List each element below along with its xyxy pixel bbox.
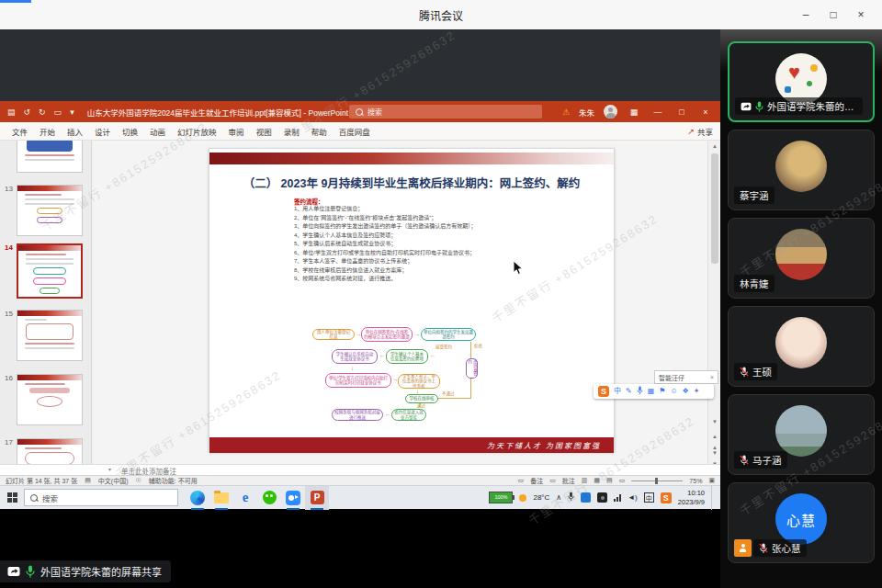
qat-dropdown-icon[interactable]: ▾ <box>70 107 74 117</box>
show-desktop-button[interactable] <box>711 486 717 510</box>
ribbon-display-options-icon[interactable]: ▦ <box>627 107 641 117</box>
battery-indicator[interactable]: 100% <box>489 492 513 503</box>
browser-button[interactable]: e <box>233 486 257 510</box>
warning-icon[interactable]: ⚠ <box>562 107 570 117</box>
tab-help[interactable]: 帮助 <box>311 126 327 137</box>
tab-animations[interactable]: 动画 <box>150 126 165 137</box>
save-icon[interactable]: ▤ <box>7 107 16 117</box>
ppt-share-button[interactable]: ↗ 共享 <box>687 122 713 141</box>
ime-indicator[interactable]: 中 <box>644 492 654 503</box>
tab-view[interactable]: 视图 <box>256 126 272 137</box>
current-slide[interactable]: （二） 2023年 9月持续到毕业生离校后择业期内：网上签约、解约 签约流程： … <box>209 148 615 452</box>
thumbnail-slide-17[interactable] <box>17 438 83 464</box>
ppt-minimize-button[interactable]: — <box>650 107 665 117</box>
taskbar-search-box[interactable]: 搜索 <box>24 489 178 506</box>
tencent-meeting-button[interactable] <box>281 486 305 510</box>
tab-file[interactable]: 文件 <box>12 126 28 137</box>
tray-expand-icon[interactable]: ∧ <box>556 494 561 502</box>
powerpoint-window: ▤ ↺ ↻ ▭ ▾ 山东大学外国语学院2024届毕业生就业工作培训.ppt[兼容… <box>0 101 720 485</box>
redo-icon[interactable]: ↻ <box>39 107 46 117</box>
notes-pane[interactable]: ▾ 单击此处添加备注 <box>0 464 720 475</box>
ppt-search-box[interactable]: 搜索 <box>349 105 542 119</box>
system-tray: 100% 28°C ∧ ◄) 中 S 10:10 2023/9/9 <box>489 486 720 510</box>
close-button[interactable]: × <box>847 0 875 29</box>
sogou-ime-toolbar[interactable]: S 中 ✎ ▦ ⚑ ☺ ❖ ✦ <box>594 384 714 399</box>
voice-input-icon[interactable] <box>637 386 643 397</box>
volume-icon[interactable]: ◄) <box>628 494 638 502</box>
network-signal-icon[interactable] <box>614 493 621 502</box>
ppt-restore-button[interactable]: □ <box>674 107 689 117</box>
notes-collapse-icon[interactable]: ▾ <box>108 466 111 472</box>
edge-app-button[interactable] <box>186 486 209 510</box>
tab-insert[interactable]: 插入 <box>67 126 83 137</box>
screen-share-indicator: 外国语学院朱蕾的屏幕共享 <box>0 560 171 582</box>
slide-sorter-icon[interactable]: ▦ <box>594 477 600 484</box>
tab-review[interactable]: 审阅 <box>229 126 244 137</box>
language-indicator[interactable]: 中文(中国) <box>98 476 129 485</box>
thumbnail-slide-14-selected[interactable] <box>17 243 83 299</box>
handwriting-icon[interactable]: ✎ <box>626 388 632 395</box>
touch-mode-icon[interactable]: ▭ <box>54 107 62 117</box>
scrollbar-thumb[interactable] <box>711 153 718 264</box>
account-name[interactable]: 朱朱 <box>579 107 594 118</box>
notes-toggle[interactable]: 备注 <box>530 476 543 485</box>
ime-mode-icon[interactable]: 中 <box>614 388 621 395</box>
toolbox-icon[interactable]: ❖ <box>683 388 689 395</box>
ppt-close-button[interactable]: × <box>698 107 713 117</box>
tab-home[interactable]: 开始 <box>40 126 55 137</box>
scroll-down-icon[interactable]: ▼ <box>708 416 720 427</box>
previous-slide-icon[interactable]: ▲▲ <box>708 431 720 442</box>
participant-tile[interactable]: 马子涵 <box>728 394 875 475</box>
tab-slideshow[interactable]: 幻灯片放映 <box>177 126 217 137</box>
participant-tile[interactable]: 王硕 <box>728 306 875 387</box>
clock[interactable]: 10:10 2023/9/9 <box>678 489 705 506</box>
ai-assistant-icon[interactable]: ✦ <box>694 388 700 395</box>
thumbnail-number: 13 <box>5 185 13 193</box>
reading-view-icon[interactable]: ▤ <box>606 477 613 484</box>
account-avatar[interactable] <box>604 105 617 119</box>
thumbnail-slide-15[interactable] <box>17 310 83 361</box>
emoji-icon[interactable]: ☺ <box>670 388 677 395</box>
normal-view-icon[interactable]: ▥ <box>582 477 588 484</box>
thumbnail-slide-13[interactable] <box>17 185 83 236</box>
sogou-logo-icon[interactable]: S <box>598 386 609 397</box>
participant-tile[interactable]: 心慧 张心慧 <box>728 482 875 563</box>
slide-scrollbar[interactable]: ▲ ▼ ▲▲ ▼▼ <box>707 141 720 464</box>
slideshow-icon[interactable]: ▭ <box>619 477 626 484</box>
tray-camera-icon[interactable] <box>597 492 607 503</box>
participant-tile-sharing[interactable]: ♥ 外国语学院朱蕾的屏... <box>728 41 875 122</box>
tab-baidu-netdisk[interactable]: 百度网盘 <box>339 126 370 137</box>
zoom-slider-handle[interactable] <box>655 478 658 484</box>
tab-design[interactable]: 设计 <box>95 126 110 137</box>
wechat-button[interactable] <box>257 486 281 510</box>
participant-tile[interactable]: 蔡宇涵 <box>728 130 875 210</box>
thumbnail-slide-12[interactable] <box>17 141 83 173</box>
flow-node-confirm-info: 学生确认个人基本信息及签约应聘项 <box>386 349 428 364</box>
participant-tile[interactable]: 林青婕 <box>728 218 875 299</box>
maximize-button[interactable]: □ <box>820 0 847 29</box>
next-slide-icon[interactable]: ▼▼ <box>708 447 720 458</box>
flow-node-sync: 校网系统与省网系统对接进行推送 <box>332 409 383 421</box>
file-explorer-button[interactable] <box>209 486 233 510</box>
powerpoint-app-button[interactable]: P <box>305 486 329 510</box>
tray-mic-icon[interactable] <box>568 492 574 503</box>
zoom-level[interactable]: 75% <box>689 478 702 484</box>
thumbnail-slide-16[interactable] <box>17 374 83 425</box>
tab-transitions[interactable]: 切换 <box>122 126 138 137</box>
tooltip-close-icon[interactable]: × <box>710 374 714 380</box>
temperature[interactable]: 28°C <box>533 493 549 502</box>
minimize-button[interactable]: – <box>792 0 820 29</box>
zoom-slider[interactable] <box>631 481 683 481</box>
slide-thumbnail-panel[interactable]: 13 14 15 <box>0 141 92 464</box>
soft-keyboard-icon[interactable]: ▦ <box>648 388 655 395</box>
tray-meeting-icon[interactable] <box>581 492 591 503</box>
start-button[interactable] <box>0 486 24 510</box>
accessibility-status[interactable]: 辅助功能: 不可用 <box>149 476 198 485</box>
sogou-tray-icon[interactable]: S <box>661 492 672 503</box>
skin-icon[interactable]: ⚑ <box>659 388 665 395</box>
tab-record[interactable]: 录制 <box>284 126 300 137</box>
undo-icon[interactable]: ↺ <box>24 107 31 117</box>
scroll-up-icon[interactable]: ▲ <box>708 141 720 152</box>
comments-toggle[interactable]: 批注 <box>562 476 575 485</box>
fit-to-window-icon[interactable]: ▣ <box>708 477 715 484</box>
